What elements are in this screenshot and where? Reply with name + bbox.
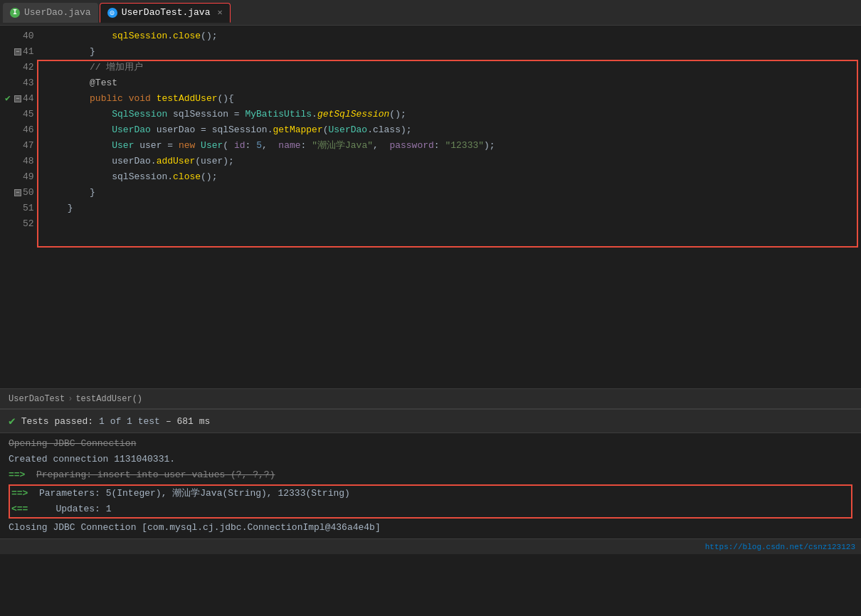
test-time: – 681 ms [166, 416, 210, 427]
userdao-icon: I [10, 8, 20, 18]
console-panel: ✔ Tests passed: 1 of 1 test – 681 ms Ope… [0, 408, 861, 538]
line-num-43: 43 [3, 75, 34, 91]
code-line-42: // 增加用户 [46, 60, 861, 75]
code-line-44: public void testAddUser(){ [46, 91, 861, 107]
line-num-45: 45 [3, 107, 34, 122]
test-passed-icon: ✔ [9, 414, 16, 428]
code-line-43: @Test [46, 75, 861, 91]
line-num-42: 42 [3, 60, 34, 75]
tab-bar: I UserDao.java ◎ UserDaoTest.java ✕ [0, 0, 861, 26]
console-line-4: ==> Parameters: 5(Integer), 潮汕学Java(Stri… [11, 486, 850, 501]
editor-area: 40 − 41 42 43 ✔ − 44 45 46 [0, 26, 861, 388]
line-num-46: 46 [3, 122, 34, 138]
test-count-value: 1 of 1 test [99, 416, 160, 427]
url-text[interactable]: https://blog.csdn.net/csnz123123 [705, 543, 855, 551]
console-output: Opening JDBC Connection Created connecti… [0, 433, 861, 538]
test-passed-label: Tests passed: [21, 416, 93, 427]
code-line-41: } [46, 44, 861, 60]
fold-icon-50[interactable]: − [14, 189, 21, 196]
line-num-47: 47 [3, 138, 34, 154]
breadcrumb-class[interactable]: UserDaoTest [9, 394, 65, 404]
code-line-45: SqlSession sqlSession = MyBatisUtils.get… [46, 107, 861, 122]
line-num-49: 49 [3, 169, 34, 185]
line-num-51: 51 [3, 201, 34, 216]
code-container: 40 − 41 42 43 ✔ − 44 45 46 [0, 26, 861, 388]
line-num-44: ✔ − 44 [3, 91, 34, 107]
tab-close-icon[interactable]: ✕ [217, 7, 222, 18]
code-line-40: sqlSession.close(); [46, 28, 861, 44]
console-line-3: ==> Preparing: insert into user values (… [9, 467, 852, 483]
line-num-48: 48 [3, 154, 34, 169]
gutter-check-icon: ✔ [3, 94, 13, 104]
breadcrumb-bar: UserDaoTest › testAddUser() [0, 388, 861, 408]
console-line-5: <== Updates: 1 [11, 501, 850, 517]
tab-userdao-label: UserDao.java [24, 7, 91, 18]
line-num-52: 52 [3, 216, 34, 232]
line-num-40: 40 [3, 28, 34, 44]
breadcrumb-method[interactable]: testAddUser() [75, 394, 142, 404]
line-num-41: − 41 [3, 44, 34, 60]
code-line-50: } [46, 185, 861, 201]
code-line-52 [46, 216, 861, 232]
test-status-bar: ✔ Tests passed: 1 of 1 test – 681 ms [0, 410, 861, 433]
console-line-6: Closing JDBC Connection [com.mysql.cj.jd… [9, 520, 852, 536]
console-line-2: Created connection 1131040331. [9, 452, 852, 467]
code-line-47: User user = new User( id: 5, name: "潮汕学J… [46, 138, 861, 154]
console-highlighted-region: ==> Parameters: 5(Integer), 潮汕学Java(Stri… [9, 484, 852, 519]
fold-icon-44[interactable]: − [14, 95, 21, 102]
code-line-51: } [46, 201, 861, 216]
tab-userdaotest[interactable]: ◎ UserDaoTest.java ✕ [100, 3, 231, 23]
url-bar: https://blog.csdn.net/csnz123123 [0, 538, 861, 554]
userdaotest-icon: ◎ [107, 8, 117, 18]
code-line-48: userDao.addUser(user); [46, 154, 861, 169]
code-line-46: UserDao userDao = sqlSession.getMapper(U… [46, 122, 861, 138]
code-lines: sqlSession.close(); } // 增加用户 @Test publ… [40, 26, 861, 388]
code-line-49: sqlSession.close(); [46, 169, 861, 185]
tab-userdaotest-label: UserDaoTest.java [122, 7, 211, 18]
fold-icon-41[interactable]: − [14, 48, 21, 55]
line-num-50: − 50 [3, 185, 34, 201]
tab-userdao[interactable]: I UserDao.java [3, 3, 98, 23]
line-numbers: 40 − 41 42 43 ✔ − 44 45 46 [0, 26, 40, 388]
breadcrumb-separator: › [68, 394, 73, 404]
console-line-1: Opening JDBC Connection [9, 436, 852, 452]
